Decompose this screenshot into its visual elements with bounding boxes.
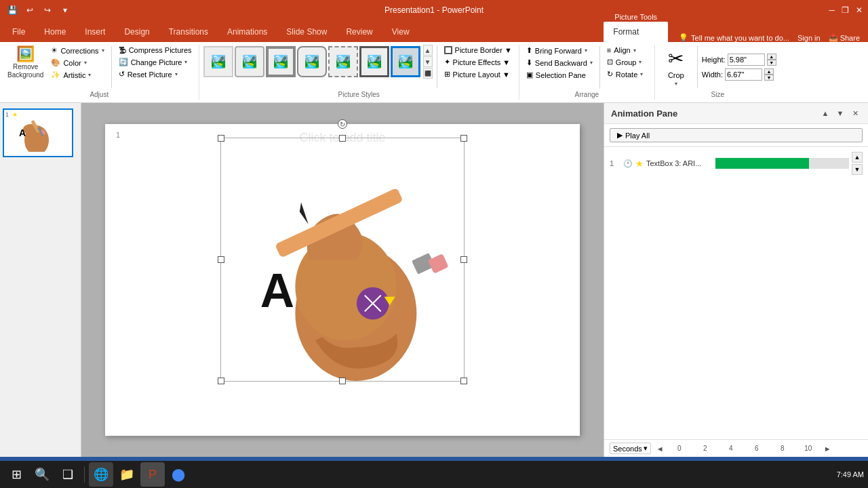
compress-pictures-button[interactable]: 🗜 Compress Pictures bbox=[116, 45, 195, 56]
pic-style-2[interactable]: 🏞️ bbox=[235, 46, 264, 77]
adjust-small-btns: ☀ Corrections ▾ 🎨 Color ▾ ✨ Artistic ▾ bbox=[48, 45, 106, 81]
rotate-button[interactable]: ↻ Rotate ▾ bbox=[604, 68, 646, 80]
handle-mid-right[interactable] bbox=[460, 256, 467, 263]
minimize-button[interactable]: ─ bbox=[829, 5, 835, 15]
handle-top-mid[interactable] bbox=[339, 135, 346, 142]
ribbon-right-actions: 💡 Tell me what you want to do... Sign in… bbox=[671, 33, 868, 42]
timeline-prev-button[interactable]: ◄ bbox=[656, 445, 664, 453]
artistic-effects-button[interactable]: ✨ Artistic ▾ bbox=[48, 69, 106, 81]
border-icon bbox=[444, 46, 452, 54]
pic-style-7[interactable]: 🏞️ bbox=[391, 46, 420, 77]
task-view-button[interactable]: ❑ bbox=[56, 462, 80, 487]
tab-file[interactable]: File bbox=[3, 22, 35, 42]
handle-mid-left[interactable] bbox=[218, 256, 224, 263]
titlebar: 💾 ↩ ↪ ▾ Presentation1 - PowerPoint ─ ❐ ✕ bbox=[0, 0, 868, 20]
mark-8: 8 bbox=[770, 445, 795, 452]
slide-1-thumbnail[interactable]: 1 ★ A bbox=[3, 108, 73, 157]
corrections-icon: ☀ bbox=[51, 46, 58, 55]
timeline-next-button[interactable]: ► bbox=[824, 445, 831, 453]
tab-format[interactable]: Format bbox=[604, 22, 668, 42]
selected-picture[interactable]: ↻ bbox=[220, 138, 465, 382]
restore-button[interactable]: ❐ bbox=[842, 5, 849, 15]
undo-icon[interactable]: ↩ bbox=[23, 3, 37, 17]
powerpoint-button[interactable]: P bbox=[140, 462, 165, 487]
artistic-dropdown: ▾ bbox=[88, 72, 91, 78]
close-button[interactable]: ✕ bbox=[856, 5, 863, 15]
gallery-expand-button[interactable]: ⬛ bbox=[423, 68, 433, 79]
picture-layout-button[interactable]: ⊞ Picture Layout ▼ bbox=[441, 68, 515, 80]
anim-header-buttons: ▲ ▼ ✕ bbox=[819, 107, 861, 119]
width-row: Width: ▲ ▼ bbox=[702, 68, 776, 81]
redo-icon[interactable]: ↪ bbox=[41, 3, 54, 17]
align-button[interactable]: ≡ Align ▾ bbox=[604, 45, 646, 56]
pic-style-5[interactable]: 🏞️ bbox=[328, 46, 358, 77]
tab-insert[interactable]: Insert bbox=[75, 22, 115, 42]
share-button[interactable]: 📤 Share bbox=[829, 33, 860, 42]
slide-canvas[interactable]: Click to add title ↻ bbox=[105, 124, 580, 436]
height-up[interactable]: ▲ bbox=[767, 54, 776, 60]
handle-top-left[interactable] bbox=[218, 135, 224, 142]
anim-scroll-up[interactable]: ▲ bbox=[852, 152, 863, 163]
tab-animations[interactable]: Animations bbox=[218, 22, 277, 42]
play-all-label: Play All bbox=[625, 131, 650, 140]
gallery-up-button[interactable]: ▲ bbox=[423, 45, 433, 56]
play-all-button[interactable]: ▶ Play All bbox=[610, 128, 863, 142]
anim-up-button[interactable]: ▲ bbox=[819, 107, 831, 119]
pic-style-3[interactable]: 🏞️ bbox=[266, 46, 296, 77]
rotate-icon: ↻ bbox=[607, 70, 613, 79]
size-group-content: ✂ Crop ▾ Height: ▲ ▼ Width: bbox=[659, 45, 776, 89]
crop-button[interactable]: ✂ Crop ▾ bbox=[659, 45, 693, 89]
bring-forward-button[interactable]: ⬆ Bring Forward ▾ bbox=[524, 45, 595, 56]
width-input[interactable] bbox=[725, 68, 762, 81]
search-button[interactable]: 🔍 bbox=[30, 462, 54, 487]
rotate-handle[interactable]: ↻ bbox=[338, 119, 347, 129]
width-up[interactable]: ▲ bbox=[764, 68, 774, 75]
gallery-down-button[interactable]: ▼ bbox=[423, 56, 433, 67]
handle-bot-mid[interactable] bbox=[339, 378, 346, 384]
pic-style-6[interactable]: 🏞️ bbox=[359, 46, 389, 77]
chrome-button[interactable]: ⬤ bbox=[166, 462, 191, 487]
pic-style-4[interactable]: 🏞️ bbox=[297, 46, 327, 77]
height-spinner: ▲ ▼ bbox=[767, 54, 776, 66]
tab-home[interactable]: Home bbox=[35, 22, 75, 42]
mark-0: 0 bbox=[667, 445, 692, 452]
height-down[interactable]: ▼ bbox=[767, 60, 776, 66]
anim-item-1[interactable]: 1 🕐 ★ TextBox 3: ARI... ▲ ▼ bbox=[607, 150, 865, 177]
width-down[interactable]: ▼ bbox=[764, 75, 774, 81]
change-picture-button[interactable]: 🔄 Change Picture ▾ bbox=[116, 56, 195, 68]
seconds-dropdown[interactable]: Seconds ▾ bbox=[610, 443, 651, 454]
reset-picture-button[interactable]: ↺ Reset Picture ▾ bbox=[116, 68, 195, 80]
handle-bot-right[interactable] bbox=[460, 378, 467, 384]
send-back-label: Send Backward bbox=[535, 59, 587, 67]
height-input[interactable] bbox=[728, 54, 765, 66]
edge-button[interactable]: 🌐 bbox=[89, 462, 113, 487]
send-back-icon: ⬇ bbox=[526, 58, 532, 67]
file-explorer-button[interactable]: 📁 bbox=[115, 462, 139, 487]
tab-design[interactable]: Design bbox=[115, 22, 159, 42]
anim-scroll-down[interactable]: ▼ bbox=[852, 164, 863, 175]
picture-effects-button[interactable]: ✦ Picture Effects ▼ bbox=[441, 56, 515, 68]
color-button[interactable]: 🎨 Color ▾ bbox=[48, 57, 106, 68]
sign-in-button[interactable]: Sign in bbox=[797, 34, 821, 42]
anim-down-button[interactable]: ▼ bbox=[834, 107, 846, 119]
pic-style-1[interactable]: 🏞️ bbox=[203, 46, 233, 77]
remove-background-button[interactable]: 🖼️ RemoveBackground bbox=[4, 45, 47, 81]
save-icon[interactable]: 💾 bbox=[5, 3, 19, 17]
height-label: Height: bbox=[702, 56, 726, 64]
group-button[interactable]: ⊡ Group ▾ bbox=[604, 56, 646, 68]
handle-top-right[interactable] bbox=[460, 135, 467, 142]
tab-slideshow[interactable]: Slide Show bbox=[277, 22, 336, 42]
picture-styles-content: 🏞️ 🏞️ 🏞️ 🏞️ 🏞️ 🏞️ 🏞️ ▲ ▼ ⬛ bbox=[203, 45, 515, 89]
selection-pane-button[interactable]: ▣ Selection Pane bbox=[524, 69, 595, 81]
send-backward-button[interactable]: ⬇ Send Backward ▾ bbox=[524, 57, 595, 68]
tab-view[interactable]: View bbox=[382, 22, 419, 42]
tab-review[interactable]: Review bbox=[336, 22, 382, 42]
customize-icon[interactable]: ▾ bbox=[58, 3, 72, 17]
start-button[interactable]: ⊞ bbox=[4, 462, 28, 487]
corrections-button[interactable]: ☀ Corrections ▾ bbox=[48, 45, 106, 56]
handle-bot-left[interactable] bbox=[218, 378, 224, 384]
tell-me-box[interactable]: 💡 Tell me what you want to do... bbox=[679, 33, 789, 42]
tab-transitions[interactable]: Transitions bbox=[159, 22, 218, 42]
picture-border-button[interactable]: Picture Border ▼ bbox=[441, 45, 515, 56]
anim-close-button[interactable]: ✕ bbox=[849, 107, 861, 119]
